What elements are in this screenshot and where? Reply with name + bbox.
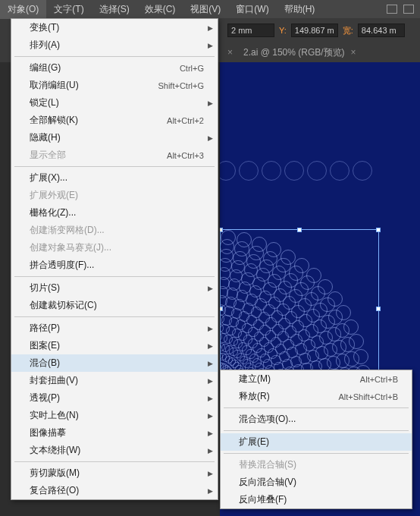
menu-item[interactable]: 拼合透明度(F)... [11,256,218,274]
menu-item-label: 扩展(X)... [30,171,67,184]
submenu-arrow-icon: ▶ [208,285,213,292]
doc-icon[interactable] [387,5,397,14]
shortcut: Alt+Ctrl+3 [167,151,204,160]
menu-item[interactable]: 编组(G)Ctrl+G [11,59,218,77]
menu-item[interactable]: 变换(T)▶ [11,19,218,36]
menu-item[interactable]: 取消编组(U)Shift+Ctrl+G [11,77,218,94]
menu-item[interactable]: 复合路径(O)▶ [11,482,218,499]
menu-item-label: 创建渐变网格(D)... [30,224,105,237]
menu-item[interactable]: 图像描摹▶ [11,424,218,442]
menu-window[interactable]: 窗口(W) [228,0,276,19]
menu-item-label: 图像描摹 [30,426,66,439]
tab-1[interactable]: × [227,47,233,58]
menu-item-label: 封套扭曲(V) [30,374,78,387]
menu-item[interactable]: 图案(E)▶ [11,337,218,354]
menu-item[interactable]: 创建裁切标记(C) [11,297,218,314]
menu-item-label: 栅格化(Z)... [30,206,76,219]
menu-item-label: 取消编组(U) [30,79,79,92]
menu-item-label: 混合选项(O)... [239,413,296,426]
menu-item[interactable]: 封套扭曲(V)▶ [11,372,218,389]
separator [14,166,215,167]
menu-item[interactable]: 反向堆叠(F) [221,491,412,508]
menu-item: 显示全部Alt+Ctrl+3 [11,146,218,164]
menu-text[interactable]: 文字(T) [46,0,91,19]
menu-item-label: 变换(T) [30,21,59,34]
x-field[interactable]: 2 mm [227,24,274,37]
handle[interactable] [220,307,223,311]
menu-item-label: 切片(S) [30,282,60,294]
menu-view[interactable]: 视图(V) [183,0,228,19]
submenu-arrow-icon: ▶ [208,42,213,49]
separator [14,56,215,57]
w-field[interactable]: 84.643 m [358,24,405,37]
menu-item[interactable]: 实时上色(N)▶ [11,407,218,424]
menu-item[interactable]: 扩展(X)... [11,169,218,187]
submenu-arrow-icon: ▶ [208,99,213,107]
submenu-arrow-icon: ▶ [208,360,213,367]
menu-item[interactable]: 全部解锁(K)Alt+Ctrl+2 [11,112,218,129]
submenu-arrow-icon: ▶ [208,395,213,402]
menu-item-label: 扩展外观(E) [30,189,78,202]
submenu-arrow-icon: ▶ [208,377,213,385]
submenu-arrow-icon: ▶ [208,24,213,32]
menu-object[interactable]: 对象(O) [0,0,46,19]
menu-item-label: 实时上色(N) [30,409,79,422]
menu-item-label: 替换混合轴(S) [239,458,296,471]
menu-item-label: 路径(P) [30,322,60,335]
menu-item[interactable]: 透视(P)▶ [11,389,218,407]
menu-item[interactable]: 切片(S)▶ [11,279,218,297]
separator [224,430,409,431]
separator [14,276,215,277]
close-icon[interactable]: × [227,47,233,58]
blend-submenu: 建立(M)Alt+Ctrl+B释放(R)Alt+Shift+Ctrl+B混合选项… [220,370,412,509]
menu-item[interactable]: 隐藏(H)▶ [11,129,218,146]
menu-item-label: 文本绕排(W) [30,444,80,457]
menu-item-label: 隐藏(H) [30,131,61,144]
menu-select[interactable]: 选择(S) [92,0,137,19]
menu-item[interactable]: 释放(R)Alt+Shift+Ctrl+B [221,388,412,405]
menu-item: 创建渐变网格(D)... [11,222,218,239]
menu-item[interactable]: 剪切蒙版(M)▶ [11,464,218,482]
menu-item[interactable]: 锁定(L)▶ [11,94,218,112]
menu-item[interactable]: 混合选项(O)... [221,411,412,428]
y-field[interactable]: 149.867 m [291,24,338,37]
handle[interactable] [297,228,302,232]
handle[interactable] [376,307,381,311]
shortcut: Alt+Shift+Ctrl+B [338,392,398,401]
separator [224,407,409,408]
submenu-arrow-icon: ▶ [208,447,213,455]
separator [14,461,215,462]
menu-help[interactable]: 帮助(H) [277,0,323,19]
menu-item[interactable]: 混合(B)▶ [11,354,218,372]
menu-item-label: 排列(A) [30,39,60,52]
menu-item[interactable]: 文本绕排(W)▶ [11,442,218,459]
menu-item[interactable]: 建立(M)Alt+Ctrl+B [221,370,412,388]
menu-item[interactable]: 排列(A)▶ [11,36,218,54]
menu-item-label: 剪切蒙版(M) [30,467,80,480]
menu-item-label: 建立(M) [239,373,271,385]
layout-icon[interactable] [403,5,414,14]
submenu-arrow-icon: ▶ [208,470,213,477]
selection-rect [220,229,379,389]
menu-item-label: 反向堆叠(F) [239,493,287,506]
menu-item[interactable]: 路径(P)▶ [11,319,218,337]
menu-item-label: 显示全部 [30,149,66,162]
menu-item[interactable]: 栅格化(Z)... [11,204,218,222]
menu-item[interactable]: 反向混合轴(V) [221,474,412,491]
menu-item[interactable]: 扩展(E) [221,433,412,451]
tab-2[interactable]: 2.ai @ 150% (RGB/预览) × [243,46,356,59]
handle[interactable] [220,228,223,232]
y-label: Y: [279,26,287,35]
shortcut: Shift+Ctrl+G [158,81,204,90]
separator [14,316,215,317]
submenu-arrow-icon: ▶ [208,487,213,495]
menu-item-label: 透视(P) [30,392,60,404]
menu-item-label: 全部解锁(K) [30,114,78,127]
submenu-arrow-icon: ▶ [208,325,213,332]
menu-effect[interactable]: 效果(C) [137,0,183,19]
close-icon[interactable]: × [351,47,356,58]
menu-item-label: 创建裁切标记(C) [30,299,97,312]
handle[interactable] [376,228,381,232]
menu-item-label: 编组(G) [30,61,61,74]
menu-item: 创建对象马赛克(J)... [11,239,218,256]
